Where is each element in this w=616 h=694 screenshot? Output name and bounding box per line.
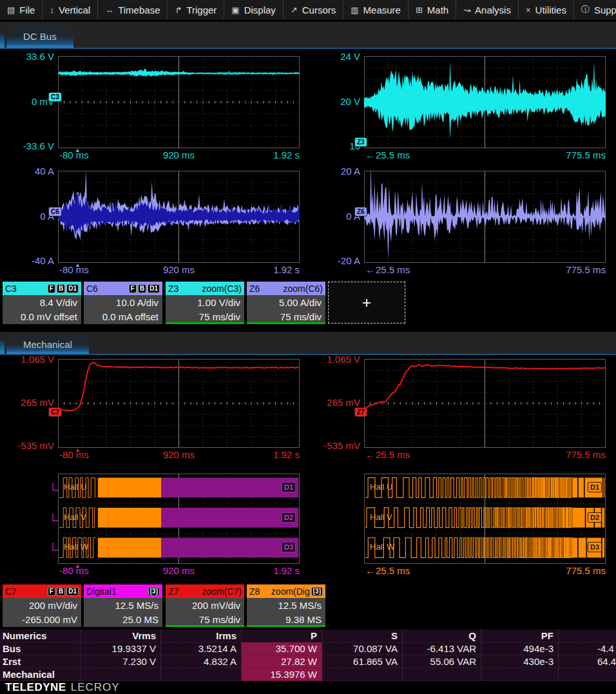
waveform-area-digital-zoom[interactable] [364, 474, 606, 564]
channel-marker-z6[interactable]: Z6 [354, 207, 367, 217]
axis-label: 20 V [306, 96, 360, 107]
axis-label: 775.5 ms [566, 449, 606, 460]
badge-d1: D1 [66, 587, 79, 596]
file-icon: ▤ [7, 5, 15, 15]
channel-marker-c7[interactable]: C7 [48, 407, 62, 417]
axis-label: -80 ms [59, 449, 89, 460]
badge-line-count: [3] [148, 587, 160, 596]
channel-marker-z3[interactable]: Z3 [354, 137, 367, 147]
channel-descriptor-c3[interactable]: C3 F B D1 8.4 V/div 0.0 mV offset [3, 282, 81, 324]
digital-descriptor-digital1[interactable]: Digital1 [3] 12.5 MS/s 25.0 MS [84, 584, 162, 627]
bus-clipped-value: -4.4 [559, 642, 616, 655]
axis-label: 1.92 s [273, 449, 300, 460]
axis-label: 920 ms [163, 149, 195, 160]
waveform-area-c7[interactable] [58, 359, 300, 448]
menu-trigger[interactable]: ↱Trigger [167, 0, 224, 19]
badge-b: B [57, 284, 65, 293]
vdiv-value: 200 mV/div [166, 598, 244, 612]
zoom-source: zoom(Dig [271, 586, 310, 597]
rst-clipped-value: 64.4 [559, 655, 616, 668]
add-trace-button[interactable]: + [328, 282, 405, 323]
channel-marker-c3[interactable]: C3 [48, 92, 62, 102]
row-label-mechanical: Mechanical [0, 668, 81, 681]
digital-line-badge-d2: D2 [588, 512, 602, 523]
active-indicator [166, 625, 244, 627]
zoom-descriptor-z6[interactable]: Z6 zoom(C6) 5.00 A/div 75 ms/div [247, 282, 325, 324]
col-header-q: Q [403, 630, 481, 642]
axis-label: ←25.5 ms [365, 449, 410, 460]
x-axis: ←25.5 ms 775.5 ms [364, 264, 606, 276]
channel-marker-z7[interactable]: Z7 [354, 407, 367, 417]
mech-power: 15.3976 W [242, 668, 322, 681]
menu-display[interactable]: ▣Display [224, 0, 282, 19]
menu-analysis[interactable]: ↝Analysis [456, 0, 518, 19]
digital-line-badge-d2: D2 [282, 512, 296, 523]
active-indicator [247, 625, 325, 627]
mech-clipped-value [559, 668, 616, 681]
badge-f: F [48, 284, 55, 293]
row-label-bus: Bus [0, 642, 81, 655]
waveform-area-z7[interactable] [364, 359, 606, 448]
channel-descriptor-c7[interactable]: C7 F B D1 200 mV/div -265.000 mV [3, 584, 81, 627]
record-length-value: 25.0 MS [84, 612, 162, 626]
axis-label: -40 A [0, 255, 54, 266]
waveform-area-c3[interactable] [58, 56, 300, 148]
menu-math[interactable]: ⊞Math [408, 0, 456, 19]
digital-line-label: Hall W [64, 542, 88, 552]
digital-line-label: Hall V [64, 512, 86, 522]
tab-mechanical[interactable]: Mechanical [6, 334, 89, 354]
bus-power-factor: 494e-3 [481, 642, 559, 655]
menu-timebase-label: Timebase [118, 5, 160, 15]
badge-f: F [48, 587, 55, 596]
channel-marker-c6[interactable]: C6 [48, 207, 62, 217]
waveform-area-z3[interactable] [364, 56, 606, 148]
menu-file[interactable]: ▤File [0, 0, 42, 19]
digital-title: Digital1 [86, 586, 117, 597]
zoom-descriptor-z3[interactable]: Z3 zoom(C3) 1.00 V/div 75 ms/div [166, 282, 244, 324]
rst-real-power: 27.82 W [242, 655, 322, 668]
menu-file-label: File [19, 5, 35, 15]
waveform-area-digital1[interactable] [58, 474, 300, 564]
tab-dc-bus[interactable]: DC Bus [6, 24, 73, 48]
bus-irms: 3.5214 A [161, 642, 242, 655]
oscilloscope-app: ▤File ↕Vertical ↔Timebase ↱Trigger ▣Disp… [0, 0, 616, 694]
tab-sliver [0, 340, 5, 354]
axis-label: 920 ms [163, 449, 195, 460]
menu-support[interactable]: ⓘSupport [573, 0, 616, 19]
offset-value: -265.000 mV [3, 612, 81, 626]
vdiv-value: 1.00 V/div [166, 295, 244, 309]
zoom-descriptor-z8[interactable]: Z8 zoom(Dig [3] 12.5 MS/s 9.38 MS [247, 584, 325, 627]
display-icon: ▣ [231, 5, 239, 15]
waveform-area-z6[interactable] [364, 171, 606, 263]
plot-c3-voltage: 33.6 V 0 mV -33.6 V C3 ▲ -80 ms 920 ms 1… [58, 56, 300, 148]
col-header-vrms: Vrms [81, 630, 161, 642]
timebase-value: 75 ms/div [166, 612, 244, 626]
horizontal-arrows-icon: ↔ [105, 5, 113, 15]
axis-label: 0 A [306, 211, 360, 222]
numerics-header: Numerics [0, 630, 81, 642]
menu-timebase[interactable]: ↔Timebase [97, 0, 167, 19]
channel-title: C6 [86, 284, 98, 294]
axis-label: -535 mV [306, 440, 360, 451]
x-axis: -80 ms 920 ms 1.92 s [58, 264, 300, 276]
menu-utilities[interactable]: ×Utilities [518, 0, 573, 19]
badge-line-count: [3] [311, 587, 323, 596]
axis-label: 920 ms [163, 565, 195, 576]
axis-label: ←25.5 ms [365, 565, 410, 576]
timebase-value: 75 ms/div [247, 309, 325, 323]
offset-value: 0.0 mV offset [3, 309, 81, 323]
axis-label: 775.5 ms [566, 565, 606, 576]
zoom-window-arrow-icon: ← [365, 565, 375, 576]
info-icon: ⓘ [581, 4, 590, 15]
menu-cursors[interactable]: ↗Cursors [283, 0, 343, 19]
axis-label: 265 mV [0, 397, 54, 408]
menu-measure[interactable]: ▥Measure [343, 0, 408, 19]
waveform-area-c6[interactable] [58, 171, 300, 263]
menu-vertical[interactable]: ↕Vertical [42, 0, 97, 19]
axis-label: 265 mV [306, 397, 360, 408]
mech-s [322, 668, 403, 681]
plot-z7-zoom: 1.065 V 265 mV -535 mV Z7 ←25.5 ms 775.5… [364, 359, 606, 448]
zoom-descriptor-z7[interactable]: Z7 zoom(C7) 200 mV/div 75 ms/div [166, 584, 244, 627]
channel-descriptor-c6[interactable]: C6 F B D1 10.0 A/div 0.0 mA offset [84, 282, 162, 324]
vdiv-value: 8.4 V/div [3, 295, 81, 309]
